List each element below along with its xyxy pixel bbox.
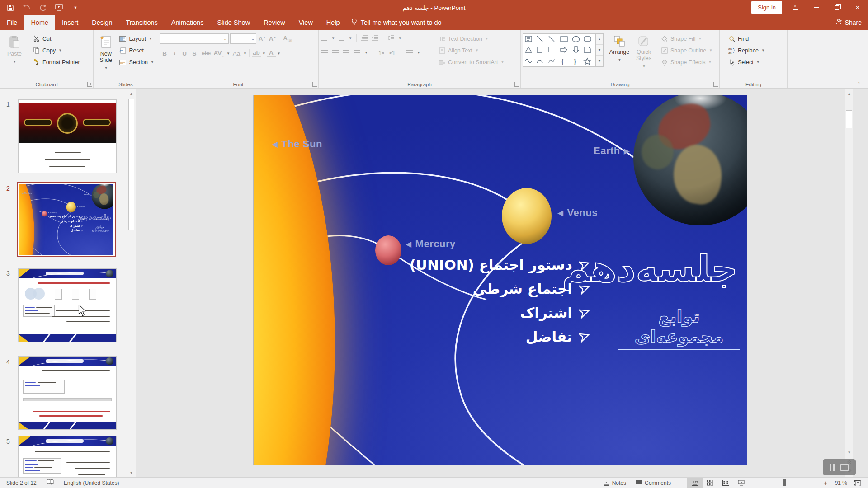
tab-file[interactable]: File [0, 15, 24, 30]
shapes-gallery-scroll[interactable]: ▲▼▼̱ [596, 33, 604, 67]
slide[interactable]: ◀The Sun Earth▶ ◀Venus ◀Mercury دستور اج… [254, 95, 747, 465]
quick-styles-button[interactable]: Quick Styles▼ [632, 33, 656, 78]
find-button[interactable]: Find [726, 33, 767, 44]
slide-thumbnail-2-selected[interactable]: ◀The Sun Earth▶ ◀Venus ◀Mercury دستور اج… [17, 182, 116, 257]
fit-slide-to-window-button[interactable] [850, 478, 865, 488]
spell-check-icon[interactable] [47, 479, 54, 487]
shape-effects-button[interactable]: Shape Effects▼ [659, 57, 714, 67]
bullets-icon[interactable] [321, 34, 328, 42]
new-slide-button[interactable]: New Slide▼ [95, 33, 116, 78]
minimize-button[interactable] [806, 0, 826, 15]
recording-controls-overlay[interactable] [823, 459, 856, 475]
change-case-button[interactable]: Aa [231, 50, 242, 57]
undo-icon[interactable] [22, 3, 32, 13]
section-button[interactable]: Section▼ [117, 57, 156, 67]
customize-qat-icon[interactable]: ▼ [71, 3, 80, 13]
slide-thumbnail-4[interactable] [18, 356, 117, 430]
font-size-combobox[interactable]: ⌄ [230, 33, 256, 44]
shapes-gallery[interactable]: { } [523, 33, 596, 67]
notes-button[interactable]: Notes [599, 480, 631, 486]
clear-formatting-button[interactable]: A⌫ [283, 35, 292, 43]
highlight-color-button[interactable]: ab [252, 49, 261, 57]
tell-me-box[interactable]: Tell me what you want to do [347, 15, 446, 30]
canvas-vertical-scrollbar[interactable]: ▲ ▼ [845, 89, 853, 477]
ribbon-display-options-button[interactable] [785, 0, 806, 15]
align-text-button[interactable]: Align Text▼ [436, 45, 506, 56]
strikethrough-button[interactable]: abc [200, 50, 212, 56]
shape-outline-button[interactable]: Shape Outline▼ [659, 45, 714, 56]
share-button[interactable]: Share [836, 15, 862, 30]
grow-font-button[interactable]: A▲ [258, 35, 267, 42]
convert-smartart-button[interactable]: Convert to SmartArt▼ [436, 57, 506, 67]
slide-sorter-view-button[interactable] [703, 478, 718, 488]
zoom-level[interactable]: 91 % [830, 480, 850, 486]
paragraph-dialog-launcher[interactable] [514, 82, 519, 87]
reset-button[interactable]: Reset [117, 45, 156, 56]
tab-review[interactable]: Review [257, 15, 292, 30]
layout-button[interactable]: Layout▼ [117, 33, 156, 44]
align-center-icon[interactable] [331, 49, 339, 56]
normal-view-button[interactable] [687, 478, 703, 488]
paste-button[interactable]: Paste▼ [2, 33, 27, 78]
format-painter-button[interactable]: Format Painter [31, 57, 82, 67]
justify-icon[interactable] [353, 49, 361, 56]
tab-animations[interactable]: Animations [165, 15, 211, 30]
arrange-button[interactable]: Arrange▼ [607, 33, 632, 78]
font-name-combobox[interactable]: ⌄ [160, 33, 229, 44]
close-button[interactable]: × [847, 0, 868, 15]
thumbnail-panel-scrollbar[interactable]: ▲ ▼ [128, 89, 135, 477]
comments-button[interactable]: Comments [631, 480, 675, 486]
shrink-font-button[interactable]: A▼ [268, 35, 277, 42]
collapse-ribbon-icon[interactable]: ⌃ [857, 81, 861, 86]
language-indicator[interactable]: English (United States) [64, 480, 119, 486]
slide-thumbnail-1[interactable] [18, 99, 117, 173]
pause-icon[interactable] [830, 464, 835, 471]
tab-help[interactable]: Help [320, 15, 347, 30]
tab-insert[interactable]: Insert [55, 15, 85, 30]
clipboard-dialog-launcher[interactable] [87, 82, 92, 87]
text-direction-button[interactable]: Text Direction▼ [436, 33, 506, 44]
tab-home[interactable]: Home [24, 15, 55, 30]
start-from-beginning-icon[interactable] [54, 3, 64, 13]
shape-fill-button[interactable]: Shape Fill▼ [659, 33, 714, 44]
replace-button[interactable]: abac Replace▼ [726, 45, 767, 56]
reading-view-button[interactable] [718, 478, 733, 488]
ltr-direction-icon[interactable]: ¶◂ [377, 49, 385, 56]
numbering-icon[interactable] [338, 34, 345, 42]
tab-view[interactable]: View [292, 15, 320, 30]
font-color-button[interactable]: A [267, 49, 276, 57]
zoom-in-button[interactable]: + [821, 479, 830, 487]
italic-button[interactable]: I [170, 50, 179, 57]
zoom-slider[interactable] [760, 483, 819, 483]
mercury-image [42, 211, 47, 217]
zoom-slider-thumb[interactable] [783, 479, 786, 486]
select-button[interactable]: Select▼ [726, 57, 767, 67]
zoom-out-button[interactable]: − [749, 479, 758, 487]
columns-icon[interactable] [406, 49, 413, 56]
slide-thumbnail-3[interactable] [18, 268, 117, 342]
character-spacing-button[interactable]: AV↔ [213, 50, 225, 57]
slide-show-button[interactable] [733, 478, 749, 488]
tab-transitions[interactable]: Transitions [119, 15, 164, 30]
restore-button[interactable] [826, 0, 847, 15]
redo-icon[interactable] [38, 3, 48, 13]
copy-button[interactable]: Copy▼ [31, 45, 82, 56]
screen-icon[interactable] [840, 464, 849, 471]
rtl-direction-icon[interactable]: ▸¶ [388, 49, 396, 56]
underline-button[interactable]: U [180, 50, 189, 57]
font-dialog-launcher[interactable] [312, 82, 317, 87]
tab-design[interactable]: Design [85, 15, 119, 30]
tab-slideshow[interactable]: Slide Show [211, 15, 257, 30]
decrease-indent-icon[interactable] [361, 34, 368, 42]
drawing-dialog-launcher[interactable] [713, 82, 718, 87]
slide-thumbnail-5[interactable] [18, 436, 117, 477]
increase-indent-icon[interactable] [371, 34, 379, 42]
align-left-icon[interactable] [321, 49, 328, 56]
align-right-icon[interactable] [342, 49, 350, 56]
line-spacing-icon[interactable] [387, 34, 395, 42]
sign-in-button[interactable]: Sign in [751, 1, 782, 14]
cut-button[interactable]: Cut [31, 33, 82, 44]
save-icon[interactable] [5, 3, 15, 13]
bold-button[interactable]: B [160, 50, 169, 57]
text-shadow-button[interactable]: S [190, 50, 199, 57]
